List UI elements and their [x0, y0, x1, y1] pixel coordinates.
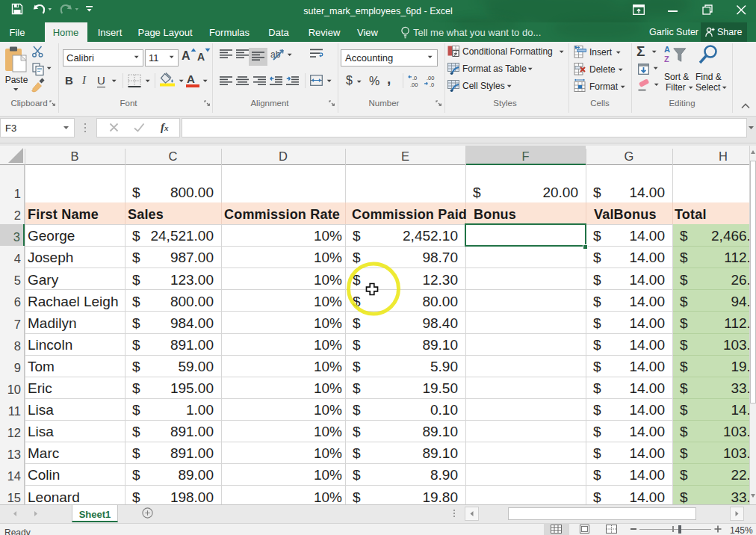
svg-text:.00: .00: [410, 81, 418, 88]
svg-text:.0: .0: [430, 81, 434, 88]
svg-text:.00: .00: [427, 75, 434, 81]
svg-text:.0: .0: [412, 75, 417, 81]
